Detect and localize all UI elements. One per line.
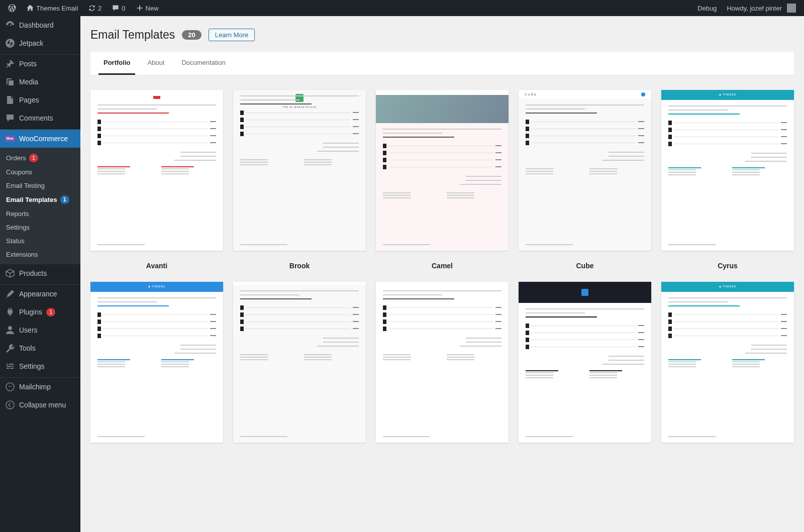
template-name: Cube bbox=[519, 262, 651, 270]
template-card: Camel bbox=[376, 90, 509, 270]
template-thumbnail[interactable] bbox=[376, 282, 509, 443]
template-card: CUBE Cube bbox=[519, 90, 651, 270]
svg-text:Woo: Woo bbox=[7, 137, 14, 140]
home-icon bbox=[26, 4, 34, 12]
template-card bbox=[519, 282, 651, 443]
plugins-badge: 1 bbox=[46, 308, 55, 316]
template-card: ◆ THEMES bbox=[90, 282, 223, 443]
pin-icon bbox=[5, 59, 15, 69]
avatar bbox=[787, 4, 796, 13]
site-name: Themes Email bbox=[36, 5, 78, 12]
brush-icon bbox=[5, 289, 15, 299]
template-name: Brook bbox=[233, 262, 366, 270]
sidebar-item-media[interactable]: Media bbox=[0, 73, 80, 91]
template-name: Cyrus bbox=[661, 262, 794, 270]
tab-portfolio[interactable]: Portfolio bbox=[98, 52, 135, 75]
svg-point-7 bbox=[6, 401, 14, 409]
template-card: ◆ THEMES bbox=[661, 282, 794, 443]
wrench-icon bbox=[5, 343, 15, 353]
wordpress-icon bbox=[8, 4, 16, 12]
sub-item-settings[interactable]: Settings bbox=[0, 221, 80, 234]
sidebar-item-posts[interactable]: Posts bbox=[0, 55, 80, 73]
sub-item-extensions[interactable]: Extensions bbox=[0, 248, 80, 261]
user-icon bbox=[5, 325, 15, 335]
sidebar-item-plugins[interactable]: Plugins1 bbox=[0, 303, 80, 321]
page-icon bbox=[5, 95, 15, 105]
tab-documentation[interactable]: Documentation bbox=[176, 52, 230, 75]
svg-point-6 bbox=[11, 386, 12, 387]
svg-point-5 bbox=[9, 386, 10, 387]
plus-icon bbox=[136, 4, 144, 12]
orders-badge: 1 bbox=[29, 154, 38, 162]
new-content[interactable]: New bbox=[132, 0, 163, 16]
sidebar-item-tools[interactable]: Tools bbox=[0, 339, 80, 357]
sidebar-item-pages[interactable]: Pages bbox=[0, 91, 80, 109]
wp-logo[interactable] bbox=[4, 0, 20, 16]
sidebar-item-woocommerce[interactable]: WooWooCommerce bbox=[0, 130, 80, 148]
template-thumbnail[interactable] bbox=[376, 90, 509, 251]
comments-link[interactable]: 0 bbox=[108, 0, 129, 16]
comments-count: 0 bbox=[122, 5, 125, 12]
debug-link[interactable]: Debug bbox=[693, 0, 721, 16]
sub-item-email-testing[interactable]: Email Testing bbox=[0, 179, 80, 192]
template-thumbnail[interactable] bbox=[233, 282, 366, 443]
template-card: THE #1 MARKETPLACE Brook bbox=[233, 90, 366, 270]
sidebar-item-comments[interactable]: Comments bbox=[0, 109, 80, 127]
sub-item-email-templates[interactable]: Email Templates1 bbox=[0, 192, 80, 207]
template-thumbnail[interactable] bbox=[90, 90, 223, 251]
tabs-bar: Portfolio About Documentation bbox=[90, 52, 794, 75]
jetpack-icon bbox=[5, 38, 15, 48]
howdy-text: Howdy, jozef pinter bbox=[727, 5, 782, 12]
sub-item-status[interactable]: Status bbox=[0, 234, 80, 248]
template-card bbox=[376, 282, 509, 443]
sub-item-orders[interactable]: Orders1 bbox=[0, 151, 80, 165]
comments-icon bbox=[5, 113, 15, 123]
sidebar-item-appearance[interactable]: Appearance bbox=[0, 285, 80, 303]
template-card: Avanti bbox=[90, 90, 223, 270]
svg-point-0 bbox=[6, 39, 15, 48]
collapse-menu[interactable]: Collapse menu bbox=[0, 396, 80, 414]
sidebar-item-settings[interactable]: Settings bbox=[0, 357, 80, 375]
svg-point-4 bbox=[6, 383, 14, 391]
gauge-icon bbox=[5, 20, 15, 30]
template-thumbnail[interactable]: ◆ THEMES bbox=[661, 282, 794, 443]
comment-icon bbox=[112, 4, 120, 12]
sidebar-item-dashboard[interactable]: Dashboard bbox=[0, 16, 80, 34]
updates-count: 2 bbox=[98, 5, 102, 12]
email-templates-badge: 1 bbox=[60, 195, 69, 204]
sliders-icon bbox=[5, 361, 15, 371]
update-icon bbox=[88, 4, 96, 12]
updates-link[interactable]: 2 bbox=[84, 0, 106, 16]
templates-grid: Avanti THE #1 MARKETPLACE bbox=[90, 90, 794, 443]
template-card: ◆ THEMES Cyrus bbox=[661, 90, 794, 270]
template-name: Avanti bbox=[90, 262, 223, 270]
site-link[interactable]: Themes Email bbox=[22, 0, 82, 16]
sub-item-reports[interactable]: Reports bbox=[0, 207, 80, 221]
collapse-icon bbox=[5, 400, 15, 410]
template-thumbnail[interactable]: ◆ THEMES bbox=[90, 282, 223, 443]
template-thumbnail[interactable]: CUBE bbox=[519, 90, 651, 251]
account-link[interactable]: Howdy, jozef pinter bbox=[723, 0, 800, 16]
template-thumbnail[interactable]: THE #1 MARKETPLACE bbox=[233, 90, 366, 251]
content-area: Email Templates 20 Learn More Portfolio … bbox=[80, 0, 804, 463]
media-icon bbox=[5, 77, 15, 87]
new-label: New bbox=[146, 5, 159, 12]
tab-about[interactable]: About bbox=[142, 52, 169, 75]
page-title: Email Templates bbox=[90, 28, 175, 42]
sub-item-coupons[interactable]: Coupons bbox=[0, 165, 80, 179]
admin-toolbar: Themes Email 2 0 New Debug Howdy, jozef … bbox=[0, 0, 804, 16]
sidebar-item-jetpack[interactable]: Jetpack bbox=[0, 34, 80, 52]
template-thumbnail[interactable]: ◆ THEMES bbox=[661, 90, 794, 251]
admin-sidebar: Dashboard Jetpack Posts Media Pages Comm… bbox=[0, 16, 80, 463]
page-header: Email Templates 20 Learn More bbox=[90, 21, 794, 52]
mailchimp-icon bbox=[5, 382, 15, 392]
woocommerce-submenu: Orders1 Coupons Email Testing Email Temp… bbox=[0, 148, 80, 264]
woo-icon: Woo bbox=[5, 134, 15, 144]
template-thumbnail[interactable] bbox=[519, 282, 651, 443]
plug-icon bbox=[5, 307, 15, 317]
template-card bbox=[233, 282, 366, 443]
sidebar-item-products[interactable]: Products bbox=[0, 264, 80, 282]
sidebar-item-users[interactable]: Users bbox=[0, 321, 80, 339]
sidebar-item-mailchimp[interactable]: Mailchimp bbox=[0, 378, 80, 396]
learn-more-button[interactable]: Learn More bbox=[209, 29, 255, 41]
